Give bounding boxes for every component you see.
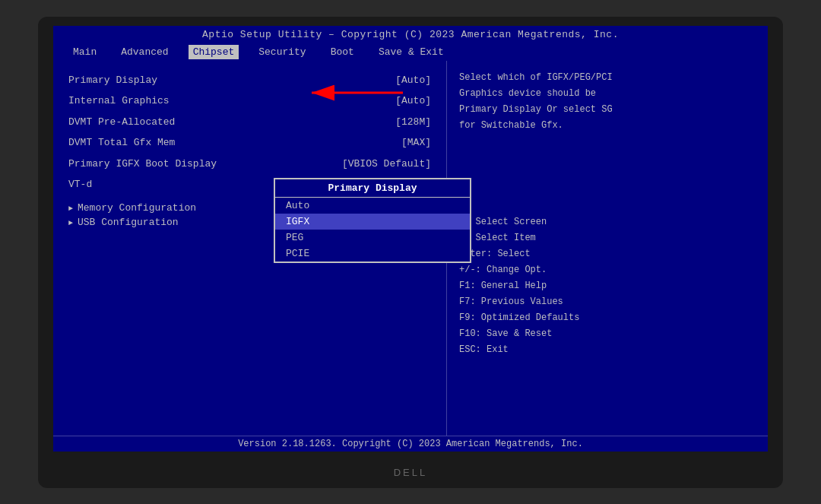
title-bar: Aptio Setup Utility – Copyright (C) 2023… — [53, 26, 768, 43]
label-dvmt-total: DVMT Total Gfx Mem — [68, 134, 175, 151]
label-primary-display: Primary Display — [68, 71, 157, 89]
setting-row-dvmt-total[interactable]: DVMT Total Gfx Mem [MAX] — [68, 132, 431, 153]
setting-row-vtd[interactable]: VT-d [Enabled] — [68, 174, 431, 195]
value-dvmt-total: [MAX] — [401, 134, 431, 151]
nav-usb-config[interactable]: USB Configuration — [68, 215, 431, 230]
menu-item-security[interactable]: Security — [254, 45, 310, 59]
footer-bar: Version 2.18.1263. Copyright (C) 2023 Am… — [53, 436, 768, 452]
label-vtd: VT-d — [68, 176, 92, 193]
value-dvmt-pre: [128M] — [395, 113, 431, 131]
screen: Aptio Setup Utility – Copyright (C) 2023… — [53, 26, 768, 452]
menu-item-save-exit[interactable]: Save & Exit — [374, 45, 449, 59]
nav-memory-config[interactable]: Memory Configuration — [68, 201, 431, 215]
monitor-stand — [365, 453, 456, 465]
right-panel: Select which of IGFX/PEG/PCI Graphics de… — [446, 61, 768, 436]
help-keys: ↔: Select Screen ↕: Select Item Enter: S… — [459, 214, 756, 358]
help-enter: Enter: Select — [459, 246, 756, 262]
content-area: Primary Display [Auto] Internal Graphics… — [53, 61, 768, 436]
help-change-opt: +/-: Change Opt. — [459, 262, 756, 278]
help-select-screen: ↔: Select Screen — [459, 214, 756, 230]
footer-text: Version 2.18.1263. Copyright (C) 2023 Am… — [238, 439, 583, 449]
label-internal-graphics: Internal Graphics — [68, 92, 170, 109]
monitor: Aptio Setup Utility – Copyright (C) 2023… — [38, 17, 783, 488]
dell-logo: DELL — [394, 467, 428, 478]
label-dvmt-pre: DVMT Pre-Allocated — [68, 113, 175, 131]
help-select-item: ↕: Select Item — [459, 230, 756, 246]
help-f9: F9: Optimized Defaults — [459, 310, 756, 326]
menu-item-boot[interactable]: Boot — [326, 45, 359, 59]
menu-item-main[interactable]: Main — [68, 45, 101, 59]
description-text: Select which of IGFX/PEG/PCI Graphics de… — [459, 70, 756, 134]
help-f10: F10: Save & Reset — [459, 326, 756, 342]
setting-row-internal-graphics[interactable]: Internal Graphics [Auto] — [68, 90, 431, 111]
label-igfx-boot: Primary IGFX Boot Display — [68, 155, 217, 173]
menu-item-chipset[interactable]: Chipset — [189, 45, 239, 59]
value-igfx-boot: [VBIOS Default] — [342, 155, 431, 173]
setting-row-primary-display[interactable]: Primary Display [Auto] — [68, 70, 431, 90]
help-esc: ESC: Exit — [459, 342, 756, 358]
title-text: Aptio Setup Utility – Copyright (C) 2023… — [202, 29, 619, 40]
left-panel: Primary Display [Auto] Internal Graphics… — [53, 61, 446, 436]
value-primary-display: [Auto] — [395, 71, 431, 89]
help-f7: F7: Previous Values — [459, 294, 756, 310]
setting-row-igfx-boot[interactable]: Primary IGFX Boot Display [VBIOS Default… — [68, 154, 431, 174]
help-f1: F1: General Help — [459, 278, 756, 294]
setting-row-dvmt-pre[interactable]: DVMT Pre-Allocated [128M] — [68, 112, 431, 132]
menu-item-advanced[interactable]: Advanced — [116, 45, 173, 59]
menu-bar: Main Advanced Chipset Security Boot Save… — [53, 43, 768, 61]
value-vtd: [Enabled] — [378, 176, 431, 193]
value-internal-graphics: [Auto] — [395, 92, 431, 109]
